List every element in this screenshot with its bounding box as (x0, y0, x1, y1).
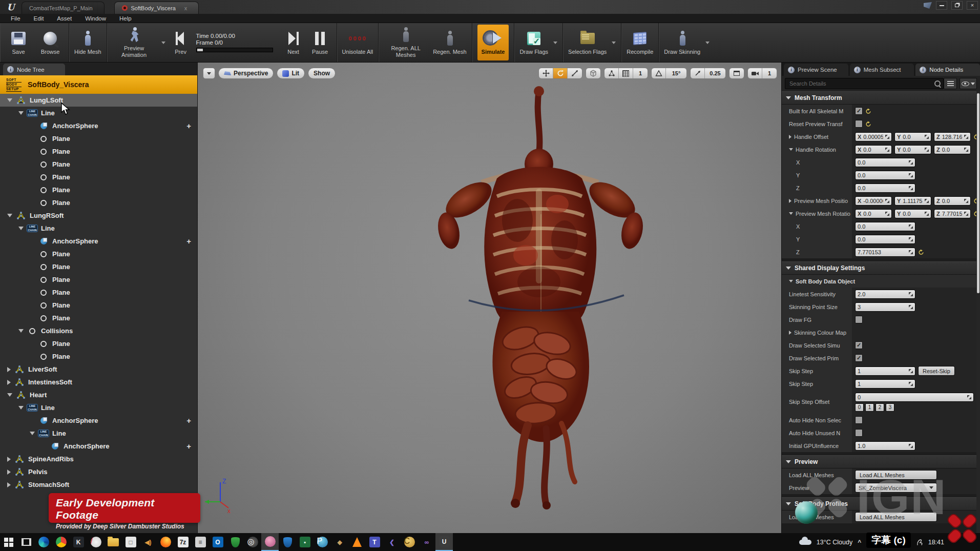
draw-skinning-button[interactable]: Draw Skinning (664, 25, 700, 60)
edge-icon[interactable] (35, 533, 52, 551)
field-x[interactable]: X0.0 (855, 145, 892, 154)
reset-skip-button[interactable]: Reset-Skip (918, 366, 955, 376)
git-app-icon[interactable]: ◆ (331, 533, 348, 551)
save-button[interactable]: Save (5, 25, 32, 60)
tree-item-liversoft[interactable]: LiverSoft (0, 363, 197, 376)
firefox-icon[interactable] (157, 533, 174, 551)
chrome-icon[interactable] (52, 533, 70, 551)
pen-input-icon[interactable] (916, 539, 923, 546)
window-tab-softbody_viscera[interactable]: SoftBody_Viscerax (114, 2, 199, 14)
view-options-button[interactable] (960, 78, 977, 89)
tree-item-plane[interactable]: Plane (0, 273, 197, 286)
selection-flags-button[interactable]: Selection Flags (568, 25, 607, 60)
tree-item-plane[interactable]: Plane (0, 337, 197, 350)
offset-chip-0[interactable]: 0 (855, 403, 864, 412)
scrollbar-thumb[interactable] (977, 93, 979, 293)
checkbox[interactable] (855, 120, 863, 128)
minimize-button[interactable] (936, 1, 947, 10)
section-header[interactable]: Preview (782, 455, 976, 468)
draw-flags-dropdown-icon[interactable] (553, 42, 557, 44)
utility-app-icon[interactable]: K (70, 533, 87, 551)
tree-item-lungrsoft[interactable]: LungRSoft (0, 209, 197, 222)
checkbox[interactable]: ✓ (855, 107, 863, 115)
browse-button[interactable]: Browse (37, 25, 64, 60)
tree-item-plane[interactable]: Plane (0, 158, 197, 171)
field-y[interactable]: Y0.0 (894, 209, 931, 218)
expand-arrow-icon[interactable] (18, 111, 24, 115)
spinner-icon[interactable] (909, 305, 913, 309)
tree-item-plane[interactable]: Plane (0, 171, 197, 183)
move-tool-button[interactable] (539, 68, 553, 78)
rotate-tool-button[interactable] (553, 68, 568, 78)
expand-arrow-icon[interactable] (7, 98, 12, 102)
field-z[interactable]: Z0.0 (934, 145, 971, 154)
close-tab-icon[interactable]: x (184, 5, 187, 11)
feedback-flag-icon[interactable] (924, 2, 932, 9)
outlook-icon[interactable]: O (209, 533, 226, 551)
offset-chip-2[interactable]: 2 (875, 403, 884, 412)
grid-snap-button[interactable] (619, 68, 633, 78)
spinner-icon[interactable] (964, 212, 968, 216)
rotation-snap-value-button[interactable]: 15° (666, 68, 686, 78)
details-scrollbar[interactable] (976, 91, 980, 533)
details-tab-preview-scene[interactable]: iPreview Scene (784, 64, 848, 76)
tree-item-anchorsphere[interactable]: AnchorSphere+ (0, 440, 197, 453)
checkbox[interactable]: ✓ (855, 341, 863, 349)
visual-studio-icon[interactable]: ∞ (418, 533, 435, 551)
field-x[interactable]: X-0.00006 (855, 196, 892, 206)
tree-item-lunglsoft[interactable]: LungLSoft (0, 94, 197, 107)
preview-animation-button[interactable]: Preview Animation (112, 25, 156, 60)
security-shield-icon[interactable] (279, 533, 296, 551)
tree-item-plane[interactable]: Plane (0, 145, 197, 158)
expand-down-icon[interactable] (789, 148, 793, 151)
tree-item-heart[interactable]: Heart (0, 389, 197, 401)
spinner-icon[interactable] (909, 444, 913, 448)
spinner-icon[interactable] (909, 369, 913, 373)
hide-mesh-button[interactable]: Hide Mesh (74, 25, 101, 60)
value-field[interactable]: 1 (855, 379, 915, 389)
load-all-meshes-button[interactable]: Load ALL Meshes (855, 512, 937, 522)
value-field[interactable]: 0.0 (855, 235, 915, 244)
spinner-icon[interactable] (909, 292, 913, 296)
tree-item-stomachsoft[interactable]: StomachSoft (0, 478, 197, 491)
expand-down-icon[interactable] (789, 280, 793, 282)
preview-animation-dropdown-icon[interactable] (161, 42, 165, 44)
tree-item-plane[interactable]: Plane (0, 312, 197, 324)
tree-item-line[interactable]: LINECHAINLine (0, 107, 197, 119)
load-all-meshes-button[interactable]: Load ALL Meshes (855, 470, 937, 480)
field-z[interactable]: Z7.77015 (934, 209, 971, 218)
simulate-button[interactable]: Simulate (477, 25, 509, 60)
collapse-arrow-icon[interactable] (7, 380, 11, 385)
add-node-button[interactable]: + (186, 416, 191, 425)
scale-tool-button[interactable] (568, 68, 582, 78)
obs-icon[interactable]: ◎ (244, 533, 261, 551)
value-field[interactable]: 0 (855, 393, 974, 402)
pause-button[interactable]: Pause (309, 25, 331, 60)
offset-chip-3[interactable]: 3 (886, 403, 894, 412)
checkbox[interactable] (855, 416, 863, 424)
tree-item-plane[interactable]: Plane (0, 286, 197, 299)
checkbox[interactable] (855, 429, 863, 437)
powertoys-icon[interactable]: P (314, 533, 331, 551)
unisolate-all-button[interactable]: Unisolate All (342, 25, 373, 60)
value-field[interactable]: 7.770153 (855, 248, 915, 257)
spinner-icon[interactable] (909, 173, 913, 177)
prev-frame-button[interactable]: Prev (171, 25, 191, 60)
unreal-engine-icon[interactable]: U (435, 533, 453, 551)
menu-help[interactable]: Help (113, 15, 138, 22)
tree-item-anchorsphere[interactable]: AnchorSphere+ (0, 235, 197, 248)
section-header[interactable]: Shared Display Settings (782, 261, 976, 275)
expand-right-icon[interactable] (789, 331, 791, 335)
regen-all-meshes-button[interactable]: Regen. ALL Meshes (384, 25, 428, 60)
offset-chip-1[interactable]: 1 (865, 403, 874, 412)
spinner-icon[interactable] (925, 148, 929, 152)
menu-asset[interactable]: Asset (50, 15, 78, 22)
reset-to-default-icon[interactable] (918, 249, 924, 255)
7zip-icon[interactable]: 7z (174, 533, 192, 551)
field-z[interactable]: Z0.0 (934, 196, 971, 206)
perspective-button[interactable]: Perspective (218, 68, 274, 79)
value-field[interactable]: 1 (855, 366, 915, 376)
notes-app-icon[interactable]: ≡ (192, 533, 209, 551)
gold-app-icon[interactable]: C (401, 533, 418, 551)
window-tab-combattestmap_p_main[interactable]: CombatTestMap_P_Main (22, 2, 105, 14)
